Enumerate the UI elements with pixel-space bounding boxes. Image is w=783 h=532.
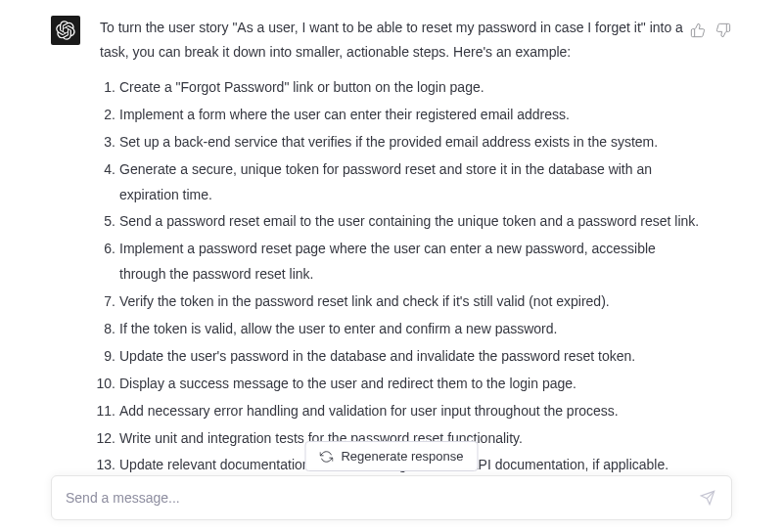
list-item: Display a success message to the user an… xyxy=(100,372,703,397)
feedback-buttons xyxy=(689,22,732,39)
list-item: Create a "Forgot Password" link or butto… xyxy=(100,75,703,101)
assistant-avatar xyxy=(51,16,80,45)
message-container: To turn the user story "As a user, I wan… xyxy=(0,0,783,480)
list-item: Set up a back-end service that verifies … xyxy=(100,130,703,155)
thumbs-down-button[interactable] xyxy=(714,22,732,39)
task-list: Create a "Forgot Password" link or butto… xyxy=(100,75,703,478)
regenerate-label: Regenerate response xyxy=(341,449,463,464)
message-content: To turn the user story "As a user, I wan… xyxy=(100,16,732,480)
message-intro: To turn the user story "As a user, I wan… xyxy=(100,16,703,64)
list-item: Add necessary error handling and validat… xyxy=(100,399,703,424)
message-input[interactable] xyxy=(66,490,698,506)
thumbs-up-button[interactable] xyxy=(689,22,707,39)
list-item: If the token is valid, allow the user to… xyxy=(100,317,703,342)
list-item: Generate a secure, unique token for pass… xyxy=(100,157,703,208)
thumbs-down-icon xyxy=(715,22,731,38)
list-item: Send a password reset email to the user … xyxy=(100,209,703,235)
openai-logo-icon xyxy=(56,21,75,40)
list-item: Implement a password reset page where th… xyxy=(100,237,703,288)
list-item: Verify the token in the password reset l… xyxy=(100,289,703,315)
send-button[interactable] xyxy=(698,488,717,508)
input-container xyxy=(51,475,732,520)
thumbs-up-icon xyxy=(690,22,706,38)
list-item: Implement a form where the user can ente… xyxy=(100,103,703,128)
refresh-icon xyxy=(319,450,333,464)
list-item: Update the user's password in the databa… xyxy=(100,344,703,370)
send-icon xyxy=(700,490,715,506)
regenerate-button[interactable]: Regenerate response xyxy=(304,441,478,471)
